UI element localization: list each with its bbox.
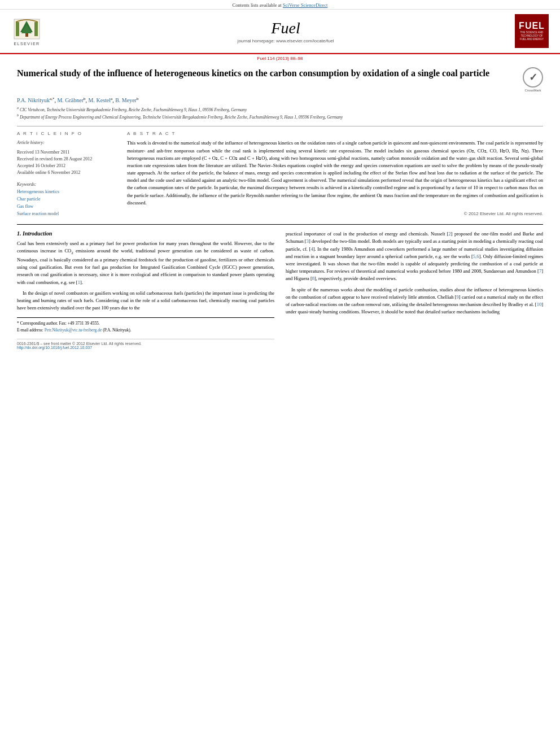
keyword-4: Surface reaction model (17, 211, 116, 218)
bottom-copyright: 0016-2361/$ – see front matter © 2012 El… (17, 339, 274, 350)
intro-paragraph-1: Coal has been extensively used as a prim… (17, 240, 274, 286)
crossmark-label: CrossMark (524, 89, 541, 92)
cite-4[interactable]: 4 (310, 246, 313, 252)
footnote-email: E-mail address: Petr.Nikrityuk@vtc.tu-fr… (17, 327, 274, 333)
body-text-right: practical importance of coal in the prod… (286, 230, 543, 316)
section-title-text: Introduction (23, 230, 52, 237)
citation-text: Fuel 114 (2013) 88–98 (257, 56, 303, 61)
email-suffix: (P.A. Nikrityuk). (103, 327, 131, 333)
body-divider (17, 224, 543, 225)
affiliation-a: a CIC Virtuhcon, Technische Universität … (17, 106, 543, 113)
body-section: 1. Introduction Coal has been extensivel… (17, 230, 543, 350)
cite-2[interactable]: 2 (449, 231, 451, 237)
journal-title-bar: ELSEVIER Fuel journal homepage: www.else… (0, 10, 560, 53)
elsevier-logo: ELSEVIER (11, 16, 42, 46)
svg-rect-2 (34, 22, 38, 36)
cite-7[interactable]: 7 (539, 268, 541, 274)
fuel-badge-title: FUEL (519, 21, 545, 31)
article-info-block: Article history: Received 13 November 20… (17, 139, 116, 176)
cite-1[interactable]: 1 (78, 279, 80, 285)
body-text-left: Coal has been extensively used as a prim… (17, 240, 274, 312)
article-title: Numerical study of the influence of hete… (17, 67, 523, 80)
article-title-section: Numerical study of the influence of hete… (17, 67, 543, 92)
abstract-paragraph: This work is devoted to the numerical st… (127, 139, 543, 207)
journal-title: Fuel (73, 19, 498, 37)
keywords-label: Keywords: (17, 182, 116, 187)
keyword-3: Gas flow (17, 203, 116, 211)
body-left-col: 1. Introduction Coal has been extensivel… (17, 230, 274, 350)
fuel-badge-subtitle: THE SCIENCE ANDTECHNOLOGY OFFUEL AND ENE… (520, 31, 544, 42)
author-meyer: B. Meyer (115, 97, 137, 103)
elsevier-logo-section: ELSEVIER (11, 16, 73, 46)
history-label: Article history: (17, 139, 116, 147)
affiliations: a CIC Virtuhcon, Technische Universität … (17, 106, 543, 120)
keywords-block: Keywords: Heterogeneous kinetics Char pa… (17, 182, 116, 217)
author-grabner: M. Gräbner (57, 97, 84, 103)
crossmark-icon: ✓ (523, 67, 543, 88)
sciverse-link[interactable]: SciVerse ScienceDirect (283, 2, 328, 8)
abstract-header: A B S T R A C T (127, 131, 543, 136)
cite-9[interactable]: 9 (457, 294, 459, 300)
affiliation-b: b Department of Energy Process Engineeri… (17, 113, 543, 120)
keyword-2: Char particle (17, 196, 116, 203)
issn-line: 0016-2361/$ – see front matter © 2012 El… (17, 342, 274, 346)
email-link[interactable]: Petr.Nikrityuk@vtc.tu-freiberg.de (45, 327, 102, 333)
journal-header: Contents lists available at SciVerse Sci… (0, 0, 560, 54)
cite-8[interactable]: 8 (312, 276, 314, 281)
author-kestel: M. Kestel (89, 97, 111, 103)
accepted-date: Accepted 16 October 2012 (17, 163, 116, 169)
contents-available-text: Contents lists available at (233, 2, 282, 8)
fuel-badge-section: FUEL THE SCIENCE ANDTECHNOLOGY OFFUEL AN… (498, 14, 549, 48)
article-citation: Fuel 114 (2013) 88–98 (0, 54, 560, 62)
authors-line: P.A. Nikrityuka,*, M. Gräbnerb, M. Keste… (17, 97, 543, 103)
received-date: Received 13 November 2011 (17, 149, 116, 156)
right-paragraph-1: practical importance of coal in the prod… (286, 230, 543, 282)
info-abstract-section: A R T I C L E I N F O Article history: R… (17, 131, 543, 217)
article-info-header: A R T I C L E I N F O (17, 131, 116, 136)
footnote-section: * Corresponding author. Fax: +49 3731 39… (17, 317, 274, 333)
cite-3[interactable]: 3 (307, 238, 309, 244)
cite-5-6[interactable]: 5,6 (473, 254, 479, 259)
abstract-text: This work is devoted to the numerical st… (127, 139, 543, 207)
divider-1 (17, 126, 543, 126)
contents-available-bar: Contents lists available at SciVerse Sci… (0, 0, 560, 10)
cite-10[interactable]: 10 (537, 302, 542, 307)
elsevier-wordmark: ELSEVIER (14, 42, 40, 46)
abstract-copyright: © 2012 Elsevier Ltd. All rights reserved… (127, 211, 543, 216)
abstract-col: A B S T R A C T This work is devoted to … (127, 131, 543, 217)
body-right-col: practical importance of coal in the prod… (286, 230, 543, 350)
elsevier-tree-icon (11, 16, 42, 42)
author-nikrityuk: P.A. Nikrityuk (17, 97, 50, 103)
right-paragraph-2: In spite of the numerous works about the… (286, 286, 543, 316)
revised-date: Received in revised form 28 August 2012 (17, 156, 116, 163)
section-number: 1. (17, 230, 21, 237)
available-date: Available online 6 November 2012 (17, 169, 116, 176)
crossmark-section[interactable]: ✓ CrossMark (523, 67, 543, 92)
keyword-1: Heterogeneous kinetics (17, 189, 116, 196)
journal-homepage: journal homepage: www.elsevier.com/locat… (73, 38, 498, 43)
article-info-col: A R T I C L E I N F O Article history: R… (17, 131, 116, 217)
fuel-badge: FUEL THE SCIENCE ANDTECHNOLOGY OFFUEL AN… (515, 14, 549, 48)
journal-name-center: Fuel journal homepage: www.elsevier.com/… (73, 19, 498, 43)
intro-paragraph-2: In the design of novel combustors or gas… (17, 290, 274, 312)
introduction-title: 1. Introduction (17, 230, 274, 237)
email-label: E-mail address: (17, 327, 43, 333)
footnote-corresponding: * Corresponding author. Fax: +49 3731 39… (17, 320, 274, 326)
main-content: Numerical study of the influence of hete… (0, 62, 560, 355)
svg-rect-1 (16, 22, 19, 36)
doi-line[interactable]: http://dx.doi.org/10.1016/j.fuel.2012.10… (17, 346, 274, 350)
